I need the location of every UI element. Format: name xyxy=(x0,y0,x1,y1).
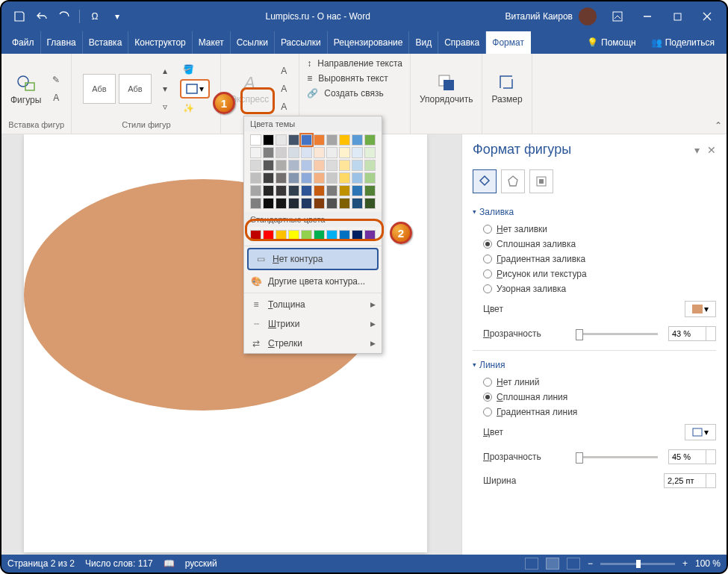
svg-rect-6 xyxy=(444,80,454,90)
minimize-button[interactable] xyxy=(632,4,662,28)
user-name: Виталий Каиров xyxy=(505,11,573,22)
pane-tab-layout[interactable] xyxy=(529,169,553,193)
fill-transparency-slider[interactable] xyxy=(576,333,658,335)
window-title: Lumpics.ru - О нас - Word xyxy=(131,11,505,22)
qat-more-icon[interactable]: ▾ xyxy=(107,6,128,27)
titlebar: Ω ▾ Lumpics.ru - О нас - Word Виталий Ка… xyxy=(1,1,727,31)
radio-no-line[interactable]: Нет линий xyxy=(473,375,716,390)
shape-effects-icon[interactable]: ✨ xyxy=(180,100,198,116)
group-shape-styles: Абв Абв ▴ ▾ ▿ 🪣 ▾ ✨ Стили фигур xyxy=(72,54,221,134)
fill-color-label: Цвет xyxy=(483,304,679,314)
tab-layout[interactable]: Макет xyxy=(193,31,231,54)
dd-weight[interactable]: ≡Толщина▶ xyxy=(244,295,382,314)
tab-review[interactable]: Рецензирование xyxy=(328,31,410,54)
pane-tab-fill[interactable] xyxy=(473,169,497,193)
status-page[interactable]: Страница 2 из 2 xyxy=(7,558,75,569)
group-insert-shapes: Фигуры ✎ A Вставка фигур xyxy=(1,54,72,134)
radio-solid-line[interactable]: Сплошная линия xyxy=(473,390,716,405)
avatar[interactable] xyxy=(579,7,597,25)
omega-icon[interactable]: Ω xyxy=(84,6,105,27)
size-button[interactable]: Размер xyxy=(488,70,525,107)
annotation-ring-2 xyxy=(245,219,384,241)
zoom-level[interactable]: 100 % xyxy=(695,558,721,569)
dd-arrows[interactable]: ⇄Стрелки▶ xyxy=(244,334,382,353)
svg-rect-1 xyxy=(674,13,681,20)
document-canvas[interactable] xyxy=(1,134,461,555)
shapes-button[interactable]: Фигуры xyxy=(7,69,44,108)
style-preset-2[interactable]: Абв xyxy=(119,74,152,104)
fill-transparency-value[interactable]: 43 % xyxy=(668,326,716,341)
section-line[interactable]: Линия xyxy=(473,355,716,375)
text-outline-icon: A xyxy=(275,81,293,97)
color-swatch[interactable] xyxy=(250,134,261,146)
line-width-value[interactable]: 2,25 пт xyxy=(664,473,716,488)
dd-more-colors[interactable]: 🎨Другие цвета контура... xyxy=(244,272,382,291)
fill-transparency-label: Прозрачность xyxy=(483,328,565,339)
radio-solid-fill[interactable]: Сплошная заливка xyxy=(473,237,716,252)
close-button[interactable] xyxy=(692,4,722,28)
style-more-icon[interactable]: ▿ xyxy=(156,99,174,115)
radio-picture-fill[interactable]: Рисунок или текстура xyxy=(473,266,716,281)
tab-help[interactable]: Справка xyxy=(438,31,486,54)
text-effects-icon: A xyxy=(275,99,293,115)
radio-gradient-line[interactable]: Градиентная линия xyxy=(473,405,716,419)
redo-icon[interactable] xyxy=(54,6,75,27)
text-direction: ↕Направление текста xyxy=(305,57,404,70)
section-fill[interactable]: Заливка xyxy=(473,202,716,222)
pane-tab-effects[interactable] xyxy=(501,169,525,193)
tab-home[interactable]: Главна xyxy=(41,31,83,54)
maximize-button[interactable] xyxy=(662,4,692,28)
user-area[interactable]: Виталий Каиров xyxy=(505,7,597,25)
tab-format[interactable]: Формат xyxy=(486,31,531,54)
radio-gradient-fill[interactable]: Градиентная заливка xyxy=(473,252,716,266)
style-preset-1[interactable]: Абв xyxy=(83,74,116,104)
dd-dashes[interactable]: ┈Штрихи▶ xyxy=(244,314,382,334)
zoom-out-icon[interactable]: − xyxy=(588,558,593,569)
radio-no-fill[interactable]: Нет заливки xyxy=(473,222,716,237)
radio-pattern-fill[interactable]: Узорная заливка xyxy=(473,281,716,296)
line-transparency-slider[interactable] xyxy=(576,456,658,458)
tell-me[interactable]: 💡 Помощн xyxy=(579,31,644,54)
status-words[interactable]: Число слов: 117 xyxy=(85,558,153,569)
edit-shape-icon[interactable]: ✎ xyxy=(47,72,65,88)
tab-insert[interactable]: Вставка xyxy=(83,31,129,54)
line-transparency-value[interactable]: 45 % xyxy=(668,449,716,464)
zoom-in-icon[interactable]: + xyxy=(682,558,688,569)
line-color-button[interactable]: ▾ xyxy=(685,424,716,440)
view-read-icon[interactable] xyxy=(525,558,538,570)
view-print-icon[interactable] xyxy=(546,558,559,570)
tab-mail[interactable]: Рассылки xyxy=(275,31,328,54)
annotation-ring-1 xyxy=(240,87,275,114)
shape-outline-button[interactable]: ▾ xyxy=(180,79,210,99)
undo-icon[interactable] xyxy=(31,6,52,27)
autosave-icon[interactable] xyxy=(9,6,30,27)
tab-refs[interactable]: Ссылки xyxy=(231,31,275,54)
ribbon-options-icon[interactable] xyxy=(603,4,632,28)
theme-color-grid xyxy=(244,131,382,212)
callout-1: 1 xyxy=(213,92,235,114)
svg-rect-9 xyxy=(539,179,544,184)
share-button[interactable]: 👥 Поделиться xyxy=(644,31,722,54)
fill-color-button[interactable]: ▾ xyxy=(685,301,716,317)
statusbar: Страница 2 из 2 Число слов: 117 📖 русски… xyxy=(1,555,727,573)
view-web-icon[interactable] xyxy=(567,558,580,570)
tab-view[interactable]: Вид xyxy=(409,31,438,54)
shape-fill-icon[interactable]: 🪣 xyxy=(180,61,198,78)
text-fill-icon: A xyxy=(275,63,293,79)
collapse-ribbon-icon[interactable]: ⌃ xyxy=(715,120,722,131)
pane-options-icon[interactable]: ▾ xyxy=(694,144,700,156)
callout-2: 2 xyxy=(390,222,412,244)
zoom-slider[interactable] xyxy=(600,563,675,565)
line-color-label: Цвет xyxy=(483,427,679,437)
style-up-icon[interactable]: ▴ xyxy=(156,63,174,79)
dd-no-outline[interactable]: ▭Нет контура xyxy=(247,248,379,270)
style-down-icon[interactable]: ▾ xyxy=(156,81,174,97)
arrange-button[interactable]: Упорядочить xyxy=(417,70,476,107)
status-lang[interactable]: русский xyxy=(185,558,217,569)
text-box-icon[interactable]: A xyxy=(47,90,65,106)
tab-file[interactable]: Файл xyxy=(6,31,41,54)
svg-point-2 xyxy=(18,76,28,87)
status-proofing-icon[interactable]: 📖 xyxy=(164,558,175,569)
tab-designer[interactable]: Конструктор xyxy=(128,31,192,54)
pane-close-icon[interactable]: ✕ xyxy=(707,144,716,156)
